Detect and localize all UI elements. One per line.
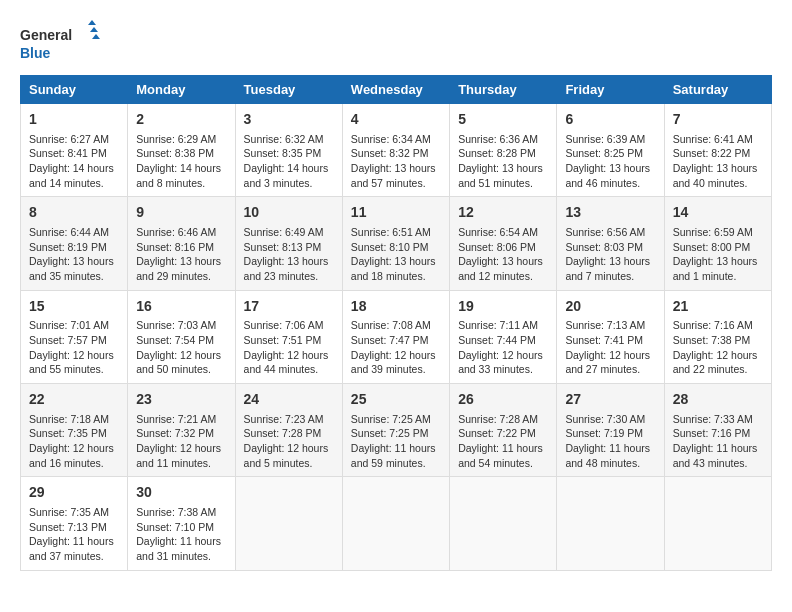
svg-text:General: General [20, 27, 72, 43]
day-info: Sunset: 8:10 PM [351, 240, 441, 255]
calendar-cell: 18Sunrise: 7:08 AMSunset: 7:47 PMDayligh… [342, 290, 449, 383]
day-number: 21 [673, 297, 763, 317]
day-number: 19 [458, 297, 548, 317]
day-info: Daylight: 12 hours [458, 348, 548, 363]
weekday-label: Tuesday [235, 76, 342, 104]
calendar-cell: 29Sunrise: 7:35 AMSunset: 7:13 PMDayligh… [21, 477, 128, 570]
svg-text:Blue: Blue [20, 45, 51, 61]
calendar-cell: 6Sunrise: 6:39 AMSunset: 8:25 PMDaylight… [557, 104, 664, 197]
calendar-cell: 16Sunrise: 7:03 AMSunset: 7:54 PMDayligh… [128, 290, 235, 383]
calendar-cell: 2Sunrise: 6:29 AMSunset: 8:38 PMDaylight… [128, 104, 235, 197]
day-info: Sunrise: 6:29 AM [136, 132, 226, 147]
calendar-cell: 28Sunrise: 7:33 AMSunset: 7:16 PMDayligh… [664, 384, 771, 477]
day-info: Daylight: 12 hours [29, 348, 119, 363]
day-number: 16 [136, 297, 226, 317]
calendar-cell: 11Sunrise: 6:51 AMSunset: 8:10 PMDayligh… [342, 197, 449, 290]
day-number: 12 [458, 203, 548, 223]
day-info: Sunrise: 7:18 AM [29, 412, 119, 427]
day-info: and 23 minutes. [244, 269, 334, 284]
calendar-cell [342, 477, 449, 570]
day-info: Daylight: 14 hours [244, 161, 334, 176]
day-info: Daylight: 13 hours [136, 254, 226, 269]
day-info: Daylight: 13 hours [673, 161, 763, 176]
day-info: and 11 minutes. [136, 456, 226, 471]
calendar-cell: 7Sunrise: 6:41 AMSunset: 8:22 PMDaylight… [664, 104, 771, 197]
day-info: Daylight: 13 hours [673, 254, 763, 269]
day-info: Sunrise: 6:36 AM [458, 132, 548, 147]
day-info: Daylight: 13 hours [29, 254, 119, 269]
day-info: Sunset: 7:10 PM [136, 520, 226, 535]
calendar-week-row: 15Sunrise: 7:01 AMSunset: 7:57 PMDayligh… [21, 290, 772, 383]
day-info: Sunrise: 6:46 AM [136, 225, 226, 240]
day-info: Sunrise: 6:41 AM [673, 132, 763, 147]
day-info: and 48 minutes. [565, 456, 655, 471]
day-info: Daylight: 11 hours [351, 441, 441, 456]
day-info: Daylight: 13 hours [565, 254, 655, 269]
calendar-cell: 9Sunrise: 6:46 AMSunset: 8:16 PMDaylight… [128, 197, 235, 290]
calendar-week-row: 22Sunrise: 7:18 AMSunset: 7:35 PMDayligh… [21, 384, 772, 477]
day-info: Sunrise: 6:34 AM [351, 132, 441, 147]
calendar-cell: 4Sunrise: 6:34 AMSunset: 8:32 PMDaylight… [342, 104, 449, 197]
day-info: Sunset: 8:22 PM [673, 146, 763, 161]
day-info: Sunrise: 6:32 AM [244, 132, 334, 147]
calendar-cell: 5Sunrise: 6:36 AMSunset: 8:28 PMDaylight… [450, 104, 557, 197]
day-info: and 16 minutes. [29, 456, 119, 471]
day-info: Sunset: 8:03 PM [565, 240, 655, 255]
weekday-header-row: SundayMondayTuesdayWednesdayThursdayFrid… [21, 76, 772, 104]
day-info: Sunrise: 7:28 AM [458, 412, 548, 427]
day-info: Daylight: 12 hours [244, 441, 334, 456]
weekday-label: Monday [128, 76, 235, 104]
day-info: Sunrise: 6:54 AM [458, 225, 548, 240]
calendar-cell: 27Sunrise: 7:30 AMSunset: 7:19 PMDayligh… [557, 384, 664, 477]
day-info: Sunset: 7:35 PM [29, 426, 119, 441]
day-info: and 57 minutes. [351, 176, 441, 191]
day-number: 28 [673, 390, 763, 410]
day-number: 17 [244, 297, 334, 317]
day-info: and 46 minutes. [565, 176, 655, 191]
day-number: 6 [565, 110, 655, 130]
day-info: Sunrise: 7:33 AM [673, 412, 763, 427]
weekday-label: Friday [557, 76, 664, 104]
day-number: 1 [29, 110, 119, 130]
day-info: Sunrise: 7:38 AM [136, 505, 226, 520]
day-info: and 55 minutes. [29, 362, 119, 377]
day-number: 22 [29, 390, 119, 410]
day-number: 26 [458, 390, 548, 410]
day-info: Sunrise: 6:51 AM [351, 225, 441, 240]
day-number: 8 [29, 203, 119, 223]
day-info: Sunset: 8:19 PM [29, 240, 119, 255]
day-info: Sunset: 8:28 PM [458, 146, 548, 161]
day-info: and 35 minutes. [29, 269, 119, 284]
day-info: and 18 minutes. [351, 269, 441, 284]
day-number: 24 [244, 390, 334, 410]
day-number: 4 [351, 110, 441, 130]
day-info: and 1 minute. [673, 269, 763, 284]
day-info: Sunrise: 7:23 AM [244, 412, 334, 427]
day-info: Daylight: 11 hours [673, 441, 763, 456]
day-info: Sunset: 8:16 PM [136, 240, 226, 255]
calendar-cell: 30Sunrise: 7:38 AMSunset: 7:10 PMDayligh… [128, 477, 235, 570]
day-info: Sunset: 7:38 PM [673, 333, 763, 348]
svg-marker-3 [90, 27, 98, 32]
calendar-cell: 21Sunrise: 7:16 AMSunset: 7:38 PMDayligh… [664, 290, 771, 383]
calendar-cell: 12Sunrise: 6:54 AMSunset: 8:06 PMDayligh… [450, 197, 557, 290]
day-info: Sunrise: 7:11 AM [458, 318, 548, 333]
day-info: Daylight: 11 hours [136, 534, 226, 549]
logo-svg: General Blue [20, 20, 100, 65]
day-info: and 37 minutes. [29, 549, 119, 564]
day-info: Sunset: 7:13 PM [29, 520, 119, 535]
day-info: Daylight: 11 hours [565, 441, 655, 456]
day-number: 13 [565, 203, 655, 223]
day-info: Sunrise: 7:30 AM [565, 412, 655, 427]
day-info: Daylight: 12 hours [244, 348, 334, 363]
day-info: Sunrise: 6:27 AM [29, 132, 119, 147]
calendar-cell [450, 477, 557, 570]
day-info: Daylight: 14 hours [136, 161, 226, 176]
calendar-cell: 8Sunrise: 6:44 AMSunset: 8:19 PMDaylight… [21, 197, 128, 290]
calendar-cell: 23Sunrise: 7:21 AMSunset: 7:32 PMDayligh… [128, 384, 235, 477]
day-info: Sunset: 7:16 PM [673, 426, 763, 441]
day-info: and 5 minutes. [244, 456, 334, 471]
day-info: Daylight: 12 hours [29, 441, 119, 456]
logo: General Blue [20, 20, 100, 65]
calendar-cell: 20Sunrise: 7:13 AMSunset: 7:41 PMDayligh… [557, 290, 664, 383]
